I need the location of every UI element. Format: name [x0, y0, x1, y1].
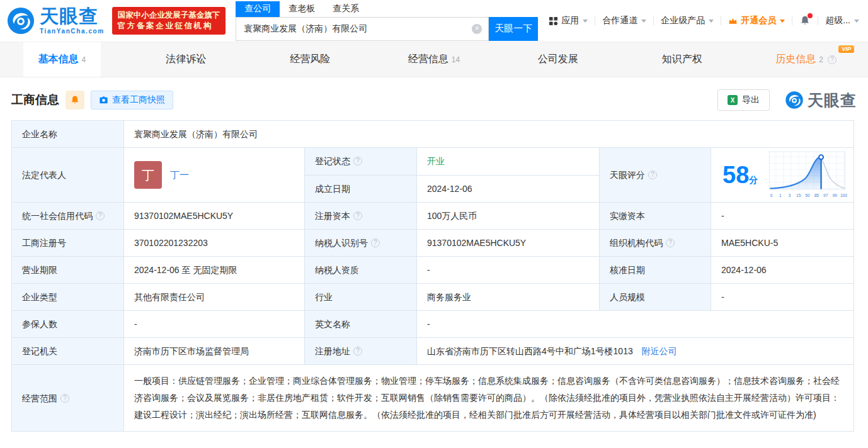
industry-value: 商务服务业	[417, 284, 600, 311]
notification-bell[interactable]	[799, 15, 811, 26]
certification-badge: 国家中小企业发展子基金旗下 官方备案企业征信机构	[112, 7, 226, 35]
divider	[721, 16, 721, 25]
legal-rep-link[interactable]: 丁一	[170, 169, 189, 181]
search-tab-boss[interactable]: 查老板	[280, 1, 324, 17]
tab-basic-info[interactable]: 基本信息 4	[0, 42, 124, 77]
search-input[interactable]	[236, 24, 488, 34]
nav-vip-label: 开通会员	[741, 15, 776, 26]
table-row: 统一社会信用代码? 91370102MAE5HCKU5Y 注册资本? 100万人…	[12, 203, 854, 230]
svg-text:100: 100	[840, 193, 847, 198]
tab-label: 公司发展	[538, 53, 578, 66]
svg-text:0: 0	[770, 193, 773, 198]
search-tab-relation[interactable]: 查关系	[324, 1, 368, 17]
tab-operation-risk[interactable]: 经营风险	[248, 42, 372, 77]
tab-company-development[interactable]: 公司发展	[496, 42, 620, 77]
tab-label: 经营风险	[290, 53, 330, 66]
english-name-value: -	[417, 311, 854, 338]
camera-icon	[99, 96, 108, 105]
tab-legal-proceedings[interactable]: 法律诉讼	[124, 42, 248, 77]
tab-label: 历史信息	[775, 53, 816, 66]
help-icon[interactable]: ?	[353, 347, 362, 356]
field-label: 实缴资本	[600, 203, 711, 230]
help-icon[interactable]: ?	[371, 238, 380, 247]
apps-grid-icon	[549, 16, 558, 26]
tab-label: 法律诉讼	[166, 53, 206, 66]
bell-icon	[70, 95, 80, 105]
company-name-value: 寰聚商业发展（济南）有限公司	[124, 121, 854, 148]
snapshot-button-label: 查看工商快照	[112, 94, 165, 106]
staff-size-value: -	[711, 284, 854, 311]
nav-apps[interactable]: 应用	[549, 15, 588, 26]
chevron-down-icon	[641, 20, 646, 23]
tianyancha-logo[interactable]: 天眼查 TianYanCha.com	[6, 6, 105, 35]
field-label: 工商注册号	[12, 230, 124, 257]
certification-line2: 官方备案企业征信机构	[118, 21, 220, 31]
divider	[792, 16, 792, 25]
help-icon[interactable]: ?	[828, 55, 837, 64]
logo-domain-text: TianYanCha.com	[40, 28, 105, 35]
search-input-wrap: ×	[236, 17, 489, 41]
nearby-companies-link[interactable]: 附近公司	[642, 346, 677, 356]
clear-icon[interactable]: ×	[472, 24, 482, 34]
score-distribution-chart: 0 1 3 15 50 85 97 99 100	[768, 150, 847, 199]
help-icon[interactable]: ?	[353, 211, 362, 220]
vip-badge: VIP	[838, 45, 854, 53]
insured-count-value: -	[124, 311, 305, 338]
snapshot-button[interactable]: 查看工商快照	[91, 91, 173, 109]
establish-date-value: 2024-12-06	[417, 175, 600, 203]
nav-account-label: 超级...	[825, 15, 850, 26]
svg-text:50: 50	[805, 193, 810, 198]
nav-vip[interactable]: 开通会员	[728, 15, 785, 26]
help-icon[interactable]: ?	[60, 394, 69, 403]
help-icon[interactable]: ?	[648, 171, 657, 179]
field-label: 行业	[305, 284, 417, 311]
table-row: 法定代表人 丁 丁一 登记状态? 开业 天眼评分? 58分	[12, 148, 854, 176]
watermark-brand-text: 天眼查	[808, 90, 857, 111]
nav-enterprise-label: 企业级产品	[661, 15, 705, 26]
tab-history-info[interactable]: VIP 历史信息 2 ?	[744, 42, 868, 77]
score-cell[interactable]: 58分	[711, 148, 854, 203]
svg-text:15: 15	[796, 193, 801, 198]
nav-enterprise[interactable]: 企业级产品	[661, 15, 714, 26]
tab-intellectual-property[interactable]: 知识产权	[620, 42, 744, 77]
tab-count: 2	[819, 55, 823, 64]
search-button[interactable]: 天眼一下	[489, 17, 538, 41]
nav-account[interactable]: 超级...	[825, 15, 859, 26]
credit-code-value: 91370102MAE5HCKU5Y	[124, 203, 305, 230]
reg-authority-value: 济南市历下区市场监督管理局	[124, 338, 305, 365]
main-tabbar: 基本信息 4 法律诉讼 经营风险 经营信息 14 公司发展 知识产权 VIP 历…	[0, 42, 868, 77]
field-label: 注册资本?	[305, 203, 417, 230]
svg-text:85: 85	[814, 193, 819, 198]
paid-capital-value: -	[711, 203, 854, 230]
org-code-value: MAE5HCKU-5	[711, 230, 854, 257]
monitor-bell-button[interactable]	[66, 91, 84, 109]
excel-icon: X	[728, 95, 738, 105]
tab-label: 经营信息	[408, 53, 448, 66]
main-content: 工商信息 查看工商快照 X 导出	[0, 77, 868, 432]
table-row: 经营范围? 一般项目：供应链管理服务；企业管理；商业综合体管理服务；物业管理；停…	[12, 365, 854, 432]
field-label: 企业名称	[12, 121, 124, 148]
watermark-logo: 天眼查	[785, 90, 857, 111]
help-icon[interactable]: ?	[96, 211, 105, 220]
field-label: 经营范围?	[12, 365, 124, 432]
export-button[interactable]: X 导出	[717, 89, 770, 111]
nav-cooperation[interactable]: 合作通道	[602, 15, 646, 26]
section-header: 工商信息 查看工商快照 X 导出	[11, 85, 857, 115]
field-label: 天眼评分?	[600, 148, 711, 203]
chevron-down-icon	[709, 20, 714, 23]
tab-count: 14	[452, 55, 460, 64]
help-icon[interactable]: ?	[666, 238, 675, 247]
search-tabs: 查公司 查老板 查关系	[236, 1, 538, 17]
company-type-value: 其他有限责任公司	[124, 284, 305, 311]
field-label: 登记状态?	[305, 148, 417, 176]
search-area: 查公司 查老板 查关系 × 天眼一下	[236, 1, 538, 41]
reg-number-value: 370102201232203	[124, 230, 305, 257]
help-icon[interactable]: ?	[353, 157, 362, 165]
reg-address-cell: 山东省济南市历下区转山西路4号中和广场1号楼1013 附近公司	[417, 338, 854, 365]
chevron-down-icon	[780, 20, 785, 23]
search-tab-company[interactable]: 查公司	[236, 1, 280, 17]
field-label: 纳税人识别号?	[305, 230, 417, 257]
avatar[interactable]: 丁	[134, 161, 162, 189]
tab-operation-info[interactable]: 经营信息 14	[372, 42, 496, 77]
table-row: 参保人数 - 英文名称 -	[12, 311, 854, 338]
